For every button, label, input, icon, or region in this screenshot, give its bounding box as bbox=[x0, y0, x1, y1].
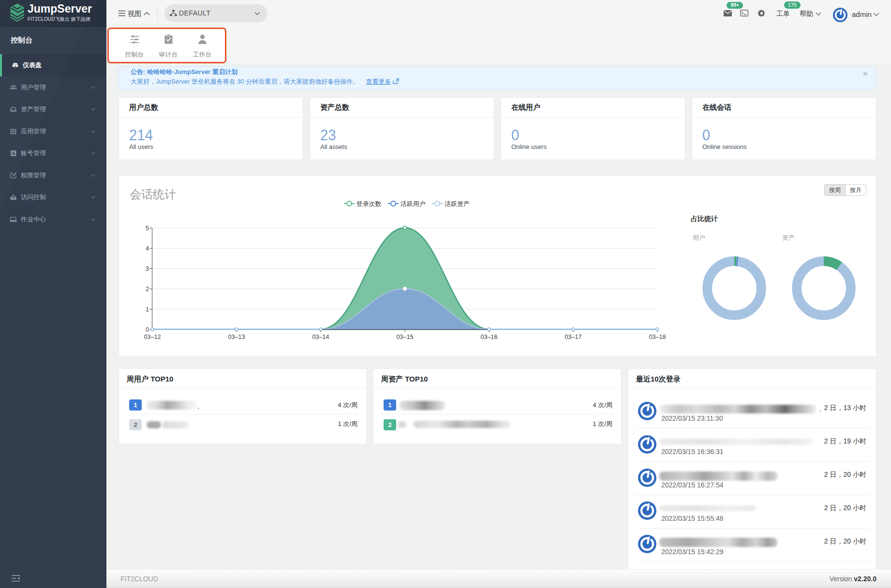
svg-text:03–13: 03–13 bbox=[228, 334, 245, 340]
svg-text:0: 0 bbox=[146, 326, 149, 333]
svg-text:03–18: 03–18 bbox=[649, 334, 666, 340]
svg-text:03–12: 03–12 bbox=[144, 334, 161, 340]
svg-text:03–16: 03–16 bbox=[481, 334, 498, 340]
svg-text:03–17: 03–17 bbox=[565, 334, 582, 340]
svg-text:3: 3 bbox=[146, 265, 149, 272]
svg-text:4: 4 bbox=[146, 245, 149, 252]
svg-text:2: 2 bbox=[146, 286, 149, 293]
svg-text:1: 1 bbox=[146, 306, 149, 313]
svg-text:03–15: 03–15 bbox=[397, 334, 414, 340]
svg-text:03–14: 03–14 bbox=[312, 334, 329, 340]
svg-text:5: 5 bbox=[146, 225, 149, 232]
